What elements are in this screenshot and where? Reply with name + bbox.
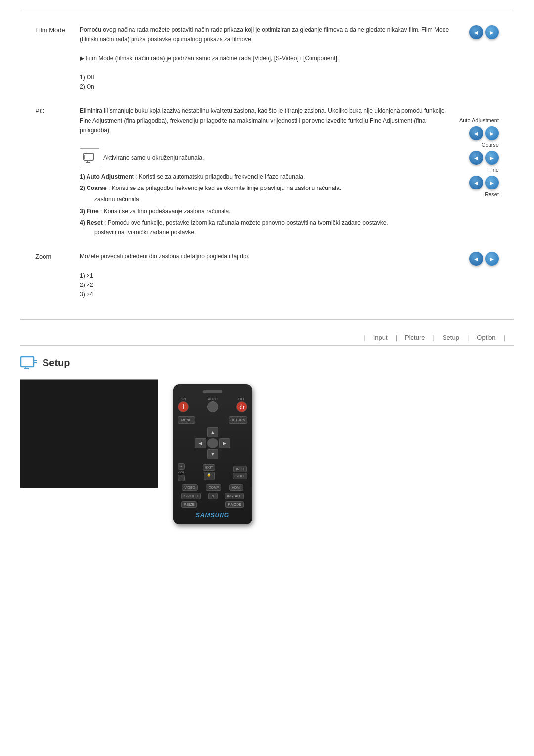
arrow-icon: [80, 55, 86, 62]
pc-opt3-label: 3) Fine: [80, 208, 99, 215]
dpad-empty1: [195, 427, 206, 437]
remote-menu-row: MENU RETURN: [178, 416, 247, 424]
pc-note-box: Aktivirano samo u okruženju računala.: [80, 148, 204, 168]
remote-dpad-container: ▲ ◀ ▶ ▼: [193, 427, 232, 459]
setup-header: Setup: [20, 356, 514, 370]
remote-source2-row: S-VIDEO PC INSTALL: [178, 493, 247, 499]
auto-adj-prev-btn[interactable]: ◀: [469, 126, 483, 140]
filmmode-next-btn[interactable]: ▶: [485, 25, 499, 39]
pc-label: PC: [35, 106, 80, 237]
setup-display-image: [20, 379, 158, 488]
nav-picture[interactable]: Picture: [405, 334, 425, 341]
remote-info-btn[interactable]: INFO: [233, 466, 247, 472]
remote-hdmi-btn[interactable]: HDMI: [229, 484, 243, 491]
remote-pmode-btn[interactable]: P.MODE: [225, 501, 244, 508]
dpad-left-btn[interactable]: ◀: [195, 438, 206, 448]
remote-off-btn[interactable]: ⏻: [236, 401, 247, 412]
nav-option[interactable]: Option: [477, 334, 495, 341]
zoom-desc: Možete povećati određeni dio zaslona i d…: [80, 252, 449, 261]
zoom-next-btn[interactable]: ▶: [485, 252, 499, 266]
zoom-section: Zoom Možete povećati određeni dio zaslon…: [35, 247, 499, 304]
remote-return-btn[interactable]: RETURN: [229, 416, 247, 424]
pc-opt5b: postaviti na tvornički zadane postavke.: [94, 228, 449, 237]
pc-content: Eliminira ili smanjuje buku koja izaziva…: [80, 106, 449, 237]
dpad-up-btn[interactable]: ▲: [207, 427, 219, 437]
pc-icons: Auto Adjustment ◀ ▶ Coarse ◀ ▶ Fine ◀ ▶ …: [449, 106, 499, 237]
filmmode-btn-pair: ◀ ▶: [469, 25, 499, 39]
remote-install-btn[interactable]: INSTALL: [225, 493, 244, 499]
setup-title: Setup: [43, 357, 70, 369]
filmmode-note: Film Mode (filmski način rada) je podrža…: [80, 54, 449, 63]
remote-psize-btn[interactable]: P.SIZE: [181, 501, 197, 508]
remote-lock-btn[interactable]: 🔒: [204, 472, 215, 480]
remote-spacer2: [204, 501, 219, 508]
remote-vol-down-btn[interactable]: −: [178, 475, 185, 481]
auto-adj-next-btn[interactable]: ▶: [485, 126, 499, 140]
nav-sep4: |: [467, 334, 469, 341]
remote-auto-label: AUTO: [208, 397, 217, 401]
filmmode-desc: Pomoću ovog načina rada možete postaviti…: [80, 25, 449, 44]
zoom-label: Zoom: [35, 252, 80, 299]
zoom-opt3: 3) ×4: [80, 290, 449, 299]
coarse-prev-btn[interactable]: ◀: [469, 151, 483, 165]
filmmode-opt1: 1) Off: [80, 73, 449, 82]
nav-bar: | Input | Picture | Setup | Option |: [20, 330, 514, 346]
filmmode-section: Film Mode Pomoću ovog načina rada možete…: [35, 20, 499, 96]
remote-menu-btn[interactable]: MENU: [178, 416, 195, 424]
remote-power-row: ON I AUTO OFF ⏻: [178, 397, 247, 412]
zoom-content: Možete povećati određeni dio zaslona i d…: [80, 252, 449, 299]
zoom-opt2: 2) ×2: [80, 281, 449, 290]
nav-sep1: |: [363, 334, 365, 341]
svg-rect-0: [84, 153, 93, 160]
nav-input[interactable]: Input: [373, 334, 388, 341]
svg-rect-4: [21, 357, 34, 367]
fine-next-btn[interactable]: ▶: [485, 176, 499, 189]
dpad-empty2: [219, 427, 230, 437]
filmmode-label: Film Mode: [35, 25, 80, 92]
fine-btn-pair: ◀ ▶: [469, 176, 499, 189]
remote-samsung-logo: SAMSUNG: [178, 512, 247, 519]
setup-icon: [20, 356, 38, 370]
nav-setup[interactable]: Setup: [443, 334, 459, 341]
fine-prev-btn[interactable]: ◀: [469, 176, 483, 189]
filmmode-prev-btn[interactable]: ◀: [469, 25, 483, 39]
nav-sep3: |: [433, 334, 435, 341]
filmmode-content: Pomoću ovog načina rada možete postaviti…: [80, 25, 449, 92]
remote-still-btn[interactable]: STILL: [233, 473, 247, 479]
dpad-right-btn[interactable]: ▶: [219, 438, 230, 448]
pc-note-text: Aktivirano samo u okruženju računala.: [103, 153, 204, 163]
setup-content: ON I AUTO OFF ⏻: [20, 379, 514, 524]
remote-comp-btn[interactable]: COMP: [206, 484, 221, 491]
nav-sep5: |: [504, 334, 505, 341]
zoom-btn-pair: ◀ ▶: [469, 252, 499, 266]
nav-sep2: |: [396, 334, 397, 341]
pc-section: PC Eliminira ili smanjuje buku koja izaz…: [35, 101, 499, 242]
remote-source3-row: P.SIZE P.MODE: [178, 501, 247, 508]
auto-adj-btn-pair: ◀ ▶: [469, 126, 499, 140]
dpad-down-btn[interactable]: ▼: [207, 449, 219, 459]
remote-control-container: ON I AUTO OFF ⏻: [168, 384, 257, 524]
remote-auto-btn[interactable]: [207, 401, 218, 412]
remote-on-btn[interactable]: I: [178, 401, 189, 412]
remote-pc-btn[interactable]: PC: [208, 493, 218, 499]
remote-exit-btn[interactable]: EXIT: [203, 464, 216, 471]
pc-opt1: 1) Auto Adjustment : Koristi se za autom…: [80, 172, 449, 182]
zoom-opt1: 1) ×1: [80, 271, 449, 281]
remote-svideo-btn[interactable]: S-VIDEO: [181, 493, 201, 499]
dpad-empty4: [219, 449, 230, 459]
pc-note-icon: [80, 148, 99, 168]
remote-off-label: OFF: [238, 397, 245, 401]
coarse-next-btn[interactable]: ▶: [485, 151, 499, 165]
pc-opt2-label: 2) Coarse: [80, 185, 107, 191]
remote-vol-label: VOL: [178, 471, 185, 474]
remote-vol-up-btn[interactable]: +: [178, 463, 185, 470]
dpad-center-btn[interactable]: [207, 438, 219, 448]
zoom-icons: ◀ ▶: [449, 252, 499, 299]
auto-adj-label: Auto Adjustment: [459, 117, 499, 123]
remote-ir: [203, 390, 222, 393]
pc-opt3: zaslonu računala.: [94, 195, 449, 204]
pc-opt5: 4) Reset : Pomoću ove funkcije, postavke…: [80, 218, 449, 228]
remote-video-btn[interactable]: VIDEO: [182, 484, 198, 491]
zoom-prev-btn[interactable]: ◀: [469, 252, 483, 266]
remote-on-label: ON: [181, 397, 186, 401]
